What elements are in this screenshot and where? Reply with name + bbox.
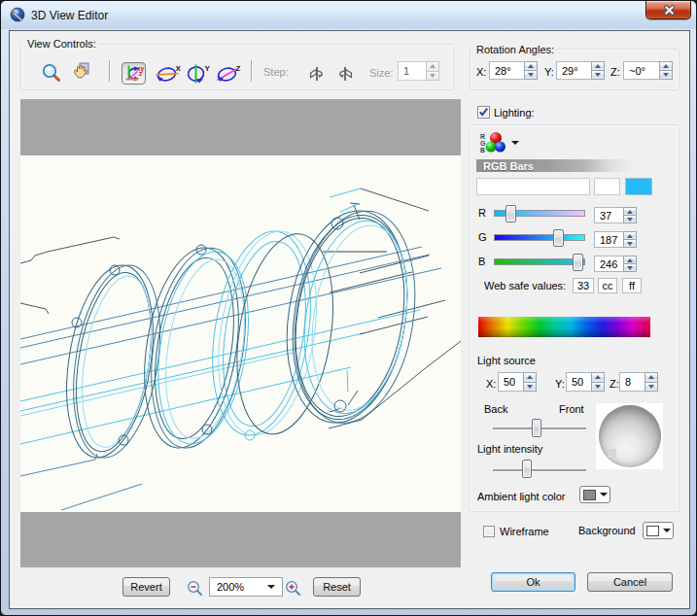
light-x-label: X: [486, 378, 496, 390]
rgb-bars-title: RGB Bars [483, 160, 534, 172]
websafe-g-value: cc [603, 280, 613, 291]
close-button[interactable] [645, 1, 691, 19]
background-label: Background [578, 525, 636, 536]
dialog-window: 3D View Editor View Controls: [0, 0, 697, 616]
color-mode-icon[interactable]: R G B [479, 131, 508, 154]
size-label: Size: [369, 67, 393, 79]
step-left-button[interactable] [307, 64, 327, 84]
zoom-in-icon[interactable] [285, 580, 301, 597]
svg-text:Y: Y [205, 64, 211, 73]
title-bar[interactable]: 3D View Editor [1, 1, 696, 29]
light-depth-slider-thumb[interactable] [532, 419, 541, 437]
websafe-g-field[interactable]: cc [598, 278, 617, 293]
lighting-checkbox[interactable] [477, 106, 490, 119]
hue-spectrum-bar[interactable] [478, 317, 650, 337]
light-intensity-slider-track[interactable] [493, 469, 586, 471]
cancel-button-label: Cancel [613, 576, 646, 588]
light-y-down-button[interactable] [591, 382, 605, 393]
ambient-dropdown-arrow [600, 493, 608, 496]
light-x-value: 50 [504, 376, 515, 388]
light-z-label: Z: [610, 378, 619, 390]
rotation-x-down-button[interactable] [524, 70, 538, 80]
light-z-spinner[interactable]: 8 [619, 372, 658, 392]
reset-button[interactable]: Reset [313, 577, 361, 597]
zoom-tool-icon[interactable] [42, 63, 61, 83]
ambient-light-label: Ambient light color [477, 491, 566, 502]
zoom-value: 200% [217, 581, 244, 593]
red-value: 37 [600, 210, 611, 222]
light-preview [596, 403, 663, 469]
size-down-button[interactable] [426, 71, 439, 82]
websafe-b-field[interactable]: ff [622, 278, 642, 293]
front-label: Front [559, 403, 584, 415]
wireframe-checkbox[interactable] [483, 526, 495, 537]
rotate-y-button[interactable]: Y [186, 63, 213, 84]
previous-color-swatch [594, 178, 620, 195]
blue-slider-track[interactable] [494, 258, 585, 265]
light-intensity-label: Light intensity [477, 443, 542, 455]
color-name-field[interactable] [476, 178, 590, 195]
ok-button[interactable]: Ok [491, 572, 575, 592]
blue-spinner[interactable]: 246 [594, 256, 637, 272]
size-spinner[interactable]: 1 [398, 61, 439, 81]
blue-down-button[interactable] [623, 263, 637, 272]
rotation-angles-label: Rotation Angles: [472, 44, 558, 55]
rotation-z-down-button[interactable] [659, 70, 673, 80]
green-spinner[interactable]: 187 [594, 231, 637, 248]
light-z-value: 8 [625, 376, 631, 388]
blue-value: 246 [600, 258, 617, 270]
lighting-label: Lighting: [494, 107, 535, 119]
green-down-button[interactable] [623, 239, 637, 248]
blue-label: B [478, 256, 485, 267]
pan-tool-icon[interactable] [70, 61, 90, 82]
ambient-color-swatch [583, 490, 596, 500]
rotation-y-down-button[interactable] [591, 70, 605, 80]
rotation-x-value: 28° [495, 65, 511, 77]
color-mode-dropdown-arrow[interactable] [511, 141, 519, 145]
blue-slider-thumb[interactable] [573, 254, 583, 271]
svg-text:Z: Z [236, 64, 241, 73]
ambient-color-dropdown[interactable] [579, 486, 610, 503]
light-preview-sphere [599, 405, 661, 467]
back-label: Back [484, 403, 507, 415]
light-z-down-button[interactable] [645, 382, 658, 393]
light-preview-patch [608, 449, 616, 458]
viewport-3d[interactable] [20, 99, 461, 567]
rotation-z-spinner[interactable]: ~0° [623, 61, 673, 80]
current-color-swatch [625, 178, 652, 195]
green-value: 187 [600, 234, 617, 246]
light-source-label: Light source [477, 355, 536, 366]
red-down-button[interactable] [623, 215, 637, 223]
red-spinner[interactable]: 37 [594, 207, 637, 223]
rotation-z-value: ~0° [629, 65, 645, 77]
zoom-out-icon[interactable] [187, 580, 203, 597]
svg-text:G: G [480, 140, 485, 147]
rotation-y-value: 29° [562, 65, 578, 77]
cancel-button[interactable]: Cancel [587, 572, 673, 592]
rotate-all-button[interactable]: xy z [122, 62, 146, 85]
check-icon [478, 107, 489, 118]
green-slider-thumb[interactable] [553, 229, 564, 247]
reset-button-label: Reset [323, 581, 351, 593]
rotation-y-spinner[interactable]: 29° [556, 61, 605, 80]
close-icon [664, 5, 675, 16]
revert-button[interactable]: Revert [122, 577, 170, 597]
green-label: G [478, 231, 487, 243]
green-slider-track[interactable] [494, 234, 585, 241]
light-intensity-slider-thumb[interactable] [522, 460, 532, 478]
zoom-combobox[interactable]: 200% [209, 577, 283, 597]
background-color-dropdown[interactable] [643, 522, 674, 539]
revert-button-label: Revert [130, 581, 161, 593]
rotate-z-button[interactable]: Z [216, 63, 243, 84]
zoom-dropdown-arrow[interactable] [267, 585, 275, 589]
step-right-button[interactable] [335, 64, 355, 84]
rotation-x-spinner[interactable]: 28° [489, 61, 538, 80]
websafe-r-field[interactable]: 33 [573, 278, 594, 293]
toolbar-separator [251, 60, 252, 82]
websafe-b-value: ff [629, 280, 635, 291]
light-x-spinner[interactable]: 50 [498, 372, 537, 392]
red-slider-thumb[interactable] [505, 205, 516, 222]
light-y-spinner[interactable]: 50 [566, 372, 605, 392]
light-x-down-button[interactable] [523, 382, 537, 393]
rotate-x-button[interactable]: X [156, 63, 183, 84]
